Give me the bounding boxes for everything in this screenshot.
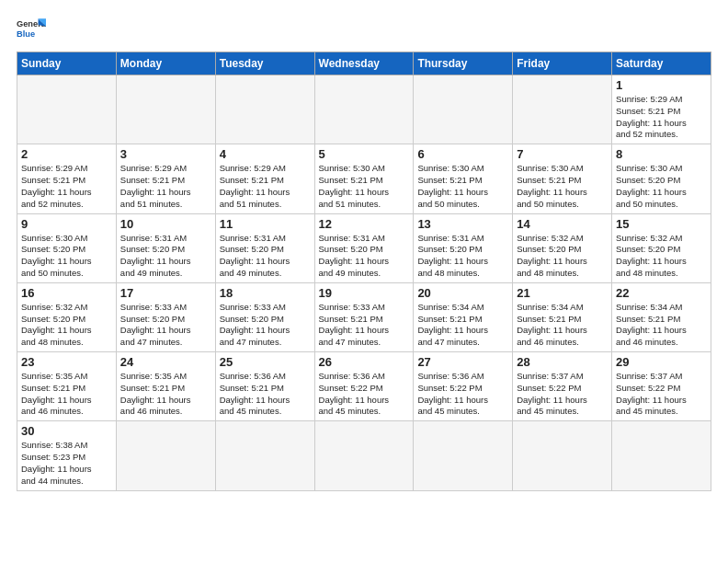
calendar-week-row: 16Sunrise: 5:32 AMSunset: 5:20 PMDayligh… bbox=[17, 282, 711, 351]
calendar-cell bbox=[215, 75, 314, 144]
calendar-cell: 26Sunrise: 5:36 AMSunset: 5:22 PMDayligh… bbox=[314, 352, 414, 421]
cell-sun-info: Sunrise: 5:29 AMSunset: 5:21 PMDaylight:… bbox=[120, 163, 211, 210]
day-number: 21 bbox=[517, 286, 608, 300]
header: General Blue bbox=[17, 17, 711, 42]
calendar-cell: 14Sunrise: 5:32 AMSunset: 5:20 PMDayligh… bbox=[513, 213, 612, 282]
day-number: 29 bbox=[616, 355, 707, 369]
cell-sun-info: Sunrise: 5:30 AMSunset: 5:20 PMDaylight:… bbox=[21, 233, 112, 280]
calendar-cell: 8Sunrise: 5:30 AMSunset: 5:20 PMDaylight… bbox=[612, 144, 711, 213]
calendar-cell: 15Sunrise: 5:32 AMSunset: 5:20 PMDayligh… bbox=[612, 213, 711, 282]
weekday-header-tuesday: Tuesday bbox=[215, 52, 314, 75]
day-number: 20 bbox=[417, 286, 508, 300]
calendar-cell: 18Sunrise: 5:33 AMSunset: 5:20 PMDayligh… bbox=[215, 282, 314, 351]
cell-sun-info: Sunrise: 5:31 AMSunset: 5:20 PMDaylight:… bbox=[220, 233, 311, 280]
calendar-cell bbox=[414, 421, 513, 490]
calendar-cell: 16Sunrise: 5:32 AMSunset: 5:20 PMDayligh… bbox=[17, 282, 117, 351]
day-number: 8 bbox=[616, 147, 707, 161]
cell-sun-info: Sunrise: 5:30 AMSunset: 5:21 PMDaylight:… bbox=[517, 163, 608, 210]
calendar-cell bbox=[414, 75, 513, 144]
day-number: 12 bbox=[319, 217, 410, 231]
calendar-cell: 4Sunrise: 5:29 AMSunset: 5:21 PMDaylight… bbox=[215, 144, 314, 213]
calendar-cell: 17Sunrise: 5:33 AMSunset: 5:20 PMDayligh… bbox=[116, 282, 215, 351]
day-number: 30 bbox=[21, 424, 112, 438]
day-number: 1 bbox=[616, 78, 707, 92]
calendar-cell bbox=[215, 421, 314, 490]
calendar-cell: 12Sunrise: 5:31 AMSunset: 5:20 PMDayligh… bbox=[314, 213, 414, 282]
cell-sun-info: Sunrise: 5:32 AMSunset: 5:20 PMDaylight:… bbox=[616, 233, 707, 280]
calendar-cell bbox=[513, 75, 612, 144]
weekday-header-sunday: Sunday bbox=[17, 52, 117, 75]
calendar-cell: 24Sunrise: 5:35 AMSunset: 5:21 PMDayligh… bbox=[116, 352, 215, 421]
day-number: 13 bbox=[417, 217, 508, 231]
day-number: 3 bbox=[120, 147, 211, 161]
logo: General Blue bbox=[17, 17, 46, 42]
calendar-cell: 29Sunrise: 5:37 AMSunset: 5:22 PMDayligh… bbox=[612, 352, 711, 421]
cell-sun-info: Sunrise: 5:32 AMSunset: 5:20 PMDaylight:… bbox=[517, 233, 608, 280]
calendar-cell: 6Sunrise: 5:30 AMSunset: 5:21 PMDaylight… bbox=[414, 144, 513, 213]
cell-sun-info: Sunrise: 5:31 AMSunset: 5:20 PMDaylight:… bbox=[120, 233, 211, 280]
cell-sun-info: Sunrise: 5:29 AMSunset: 5:21 PMDaylight:… bbox=[616, 94, 707, 141]
day-number: 9 bbox=[21, 217, 112, 231]
calendar-table: SundayMondayTuesdayWednesdayThursdayFrid… bbox=[17, 52, 711, 491]
cell-sun-info: Sunrise: 5:37 AMSunset: 5:22 PMDaylight:… bbox=[517, 371, 608, 418]
calendar-cell: 9Sunrise: 5:30 AMSunset: 5:20 PMDaylight… bbox=[17, 213, 117, 282]
day-number: 5 bbox=[319, 147, 410, 161]
day-number: 15 bbox=[616, 217, 707, 231]
calendar-cell: 11Sunrise: 5:31 AMSunset: 5:20 PMDayligh… bbox=[215, 213, 314, 282]
calendar-week-row: 9Sunrise: 5:30 AMSunset: 5:20 PMDaylight… bbox=[17, 213, 711, 282]
cell-sun-info: Sunrise: 5:30 AMSunset: 5:21 PMDaylight:… bbox=[319, 163, 410, 210]
day-number: 6 bbox=[417, 147, 508, 161]
calendar-cell: 20Sunrise: 5:34 AMSunset: 5:21 PMDayligh… bbox=[414, 282, 513, 351]
weekday-header-thursday: Thursday bbox=[414, 52, 513, 75]
weekday-header-row: SundayMondayTuesdayWednesdayThursdayFrid… bbox=[17, 52, 711, 75]
day-number: 14 bbox=[517, 217, 608, 231]
day-number: 18 bbox=[220, 286, 311, 300]
day-number: 7 bbox=[517, 147, 608, 161]
cell-sun-info: Sunrise: 5:37 AMSunset: 5:22 PMDaylight:… bbox=[616, 371, 707, 418]
calendar-cell bbox=[314, 75, 414, 144]
cell-sun-info: Sunrise: 5:34 AMSunset: 5:21 PMDaylight:… bbox=[616, 302, 707, 349]
cell-sun-info: Sunrise: 5:35 AMSunset: 5:21 PMDaylight:… bbox=[120, 371, 211, 418]
cell-sun-info: Sunrise: 5:31 AMSunset: 5:20 PMDaylight:… bbox=[417, 233, 508, 280]
cell-sun-info: Sunrise: 5:29 AMSunset: 5:21 PMDaylight:… bbox=[21, 163, 112, 210]
cell-sun-info: Sunrise: 5:34 AMSunset: 5:21 PMDaylight:… bbox=[417, 302, 508, 349]
day-number: 27 bbox=[417, 355, 508, 369]
day-number: 23 bbox=[21, 355, 112, 369]
cell-sun-info: Sunrise: 5:30 AMSunset: 5:21 PMDaylight:… bbox=[417, 163, 508, 210]
calendar-cell bbox=[513, 421, 612, 490]
day-number: 24 bbox=[120, 355, 211, 369]
page: General Blue SundayMondayTuesdayWednesda… bbox=[0, 0, 728, 500]
weekday-header-wednesday: Wednesday bbox=[314, 52, 414, 75]
calendar-cell: 22Sunrise: 5:34 AMSunset: 5:21 PMDayligh… bbox=[612, 282, 711, 351]
day-number: 10 bbox=[120, 217, 211, 231]
calendar-cell bbox=[116, 75, 215, 144]
cell-sun-info: Sunrise: 5:36 AMSunset: 5:21 PMDaylight:… bbox=[220, 371, 311, 418]
calendar-cell: 13Sunrise: 5:31 AMSunset: 5:20 PMDayligh… bbox=[414, 213, 513, 282]
calendar-cell: 2Sunrise: 5:29 AMSunset: 5:21 PMDaylight… bbox=[17, 144, 117, 213]
day-number: 4 bbox=[220, 147, 311, 161]
weekday-header-monday: Monday bbox=[116, 52, 215, 75]
calendar-cell: 19Sunrise: 5:33 AMSunset: 5:21 PMDayligh… bbox=[314, 282, 414, 351]
calendar-cell: 3Sunrise: 5:29 AMSunset: 5:21 PMDaylight… bbox=[116, 144, 215, 213]
day-number: 19 bbox=[319, 286, 410, 300]
calendar-cell: 1Sunrise: 5:29 AMSunset: 5:21 PMDaylight… bbox=[612, 75, 711, 144]
calendar-cell: 25Sunrise: 5:36 AMSunset: 5:21 PMDayligh… bbox=[215, 352, 314, 421]
calendar-week-row: 1Sunrise: 5:29 AMSunset: 5:21 PMDaylight… bbox=[17, 75, 711, 144]
calendar-cell bbox=[116, 421, 215, 490]
day-number: 28 bbox=[517, 355, 608, 369]
day-number: 17 bbox=[120, 286, 211, 300]
day-number: 22 bbox=[616, 286, 707, 300]
calendar-cell: 30Sunrise: 5:38 AMSunset: 5:23 PMDayligh… bbox=[17, 421, 117, 490]
day-number: 25 bbox=[220, 355, 311, 369]
calendar-cell bbox=[612, 421, 711, 490]
calendar-cell: 23Sunrise: 5:35 AMSunset: 5:21 PMDayligh… bbox=[17, 352, 117, 421]
cell-sun-info: Sunrise: 5:36 AMSunset: 5:22 PMDaylight:… bbox=[417, 371, 508, 418]
svg-text:Blue: Blue bbox=[17, 29, 35, 39]
calendar-week-row: 2Sunrise: 5:29 AMSunset: 5:21 PMDaylight… bbox=[17, 144, 711, 213]
calendar-cell: 27Sunrise: 5:36 AMSunset: 5:22 PMDayligh… bbox=[414, 352, 513, 421]
weekday-header-friday: Friday bbox=[513, 52, 612, 75]
cell-sun-info: Sunrise: 5:36 AMSunset: 5:22 PMDaylight:… bbox=[319, 371, 410, 418]
calendar-cell: 21Sunrise: 5:34 AMSunset: 5:21 PMDayligh… bbox=[513, 282, 612, 351]
cell-sun-info: Sunrise: 5:30 AMSunset: 5:20 PMDaylight:… bbox=[616, 163, 707, 210]
cell-sun-info: Sunrise: 5:34 AMSunset: 5:21 PMDaylight:… bbox=[517, 302, 608, 349]
